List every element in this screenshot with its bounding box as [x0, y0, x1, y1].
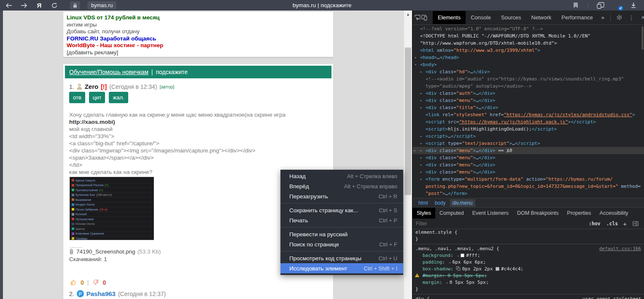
expand-arrow-icon[interactable]: ▸ [457, 254, 459, 258]
inspect-element-icon[interactable] [414, 12, 421, 23]
dom-node[interactable]: ▸<div class="menu">…</div> [412, 168, 644, 176]
dom-node[interactable]: ▸<script>…</script> [412, 133, 644, 140]
forward-icon[interactable] [19, 1, 29, 10]
color-swatch[interactable] [461, 254, 464, 257]
tab-console[interactable]: Console [466, 11, 496, 24]
shadow-editor-icon[interactable] [456, 266, 462, 272]
device-toolbar-icon[interactable] [421, 12, 428, 23]
dom-node[interactable]: ▸<div class="auth">…</div> [412, 90, 644, 97]
dom-node[interactable]: ▸<form enctype="multipart/form-data" act… [412, 176, 644, 183]
tab-properties[interactable]: Properties [563, 208, 595, 219]
tab-performance[interactable]: Performance [556, 11, 598, 24]
reply-button[interactable]: отв [69, 92, 85, 103]
dom-node[interactable]: "post">…</form> [412, 190, 644, 197]
expand-arrow-icon[interactable]: ▾ [415, 61, 417, 68]
dom-node[interactable]: ▸<script type="text/javascript">…</scrip… [412, 140, 644, 147]
dom-node[interactable]: ▸<div class="hd">…</div> [412, 68, 644, 75]
report-button[interactable]: жал. [109, 92, 128, 103]
dom-node[interactable]: ▸<div class="menu">…</div> [412, 97, 644, 104]
expand-arrow-icon[interactable]: ▸ [420, 176, 422, 183]
context-menu-item[interactable]: Просмотреть код страницыCtrl + U [280, 253, 403, 263]
reload-icon[interactable] [50, 1, 59, 10]
css-property[interactable]: margin: ▸0 5px 5px 5px; [412, 279, 644, 286]
dom-node[interactable]: ▾<body> [412, 61, 644, 68]
downloads-icon[interactable] [629, 1, 638, 10]
breadcrumb-body[interactable]: body [432, 199, 448, 207]
expand-arrow-icon[interactable]: ▸ [449, 261, 451, 264]
dom-node[interactable]: <link rel="stylesheet" href="https://bym… [412, 111, 644, 118]
dom-node[interactable]: ▸<div class="title">…</div> [412, 104, 644, 111]
devtools-menu-icon[interactable]: ⋮ [626, 12, 637, 23]
tab-computed[interactable]: Computed [435, 208, 468, 219]
toggle-class-button[interactable]: .cls [606, 221, 618, 227]
color-swatch[interactable] [496, 267, 499, 271]
expand-arrow-icon[interactable]: ▸ [420, 140, 422, 147]
new-style-rule-button[interactable]: + [623, 220, 627, 227]
expand-arrow-icon[interactable]: ▸ [420, 90, 422, 97]
breadcrumb-html[interactable]: html [416, 199, 431, 207]
dock-sidebar-icon[interactable] [630, 218, 641, 229]
dom-node[interactable]: "http://www.wapforum.org/DTD/xhtml-mobil… [412, 40, 644, 47]
lock-icon[interactable] [70, 1, 80, 9]
attached-screenshot-image[interactable]: Арена СмертиПризрачный Разлом(+)Противос… [70, 177, 154, 240]
expand-arrow-icon[interactable]: ▸ [420, 97, 422, 104]
dom-node[interactable]: <script>hljs.initHighlightingOnLoad();</… [412, 125, 644, 133]
dom-node[interactable]: ▸<head>…</head> [412, 54, 644, 61]
bookmark-icon[interactable] [571, 1, 580, 10]
ad-link[interactable]: интим игры [67, 21, 330, 29]
context-menu-item[interactable]: НазадAlt + Стрелка влево [280, 171, 403, 181]
tab-accessibility[interactable]: Accessibility [595, 208, 633, 219]
ad-link[interactable]: Добавь сайт, получи отдачу [67, 28, 330, 35]
css-property[interactable]: background: ▸#fff; [412, 252, 644, 259]
expand-arrow-icon[interactable]: ▸ [420, 168, 422, 176]
ad-link[interactable]: Linux VDS от 174 рублей в месяц [67, 14, 330, 21]
address-url[interactable]: bymas.ru [87, 1, 116, 9]
context-menu-item[interactable]: Перевести на русский [280, 229, 403, 239]
tab-sources[interactable]: Sources [496, 11, 526, 24]
devtools-close-icon[interactable]: × [638, 12, 644, 23]
expand-arrow-icon[interactable]: ▸ [446, 281, 448, 285]
context-menu-item[interactable]: Поиск по страницеCtrl + F [280, 239, 403, 249]
attachment-filename[interactable]: 74190_Screenshot.png [76, 248, 135, 255]
dom-node[interactable]: <!DOCTYPE html PUBLIC "-//WAPFORUM//DTD … [412, 32, 644, 40]
expand-arrow-icon[interactable]: ▸ [420, 68, 422, 75]
settings-gear-icon[interactable] [614, 12, 625, 23]
expand-arrow-icon[interactable]: ▸ [415, 54, 417, 61]
scrollbar-up-arrow[interactable]: ▲ [404, 12, 412, 16]
dom-node[interactable]: <script src="https://bymas.ru/js/highlig… [412, 118, 644, 125]
context-menu-item[interactable]: ПечатьCtrl + P [280, 215, 403, 225]
css-property[interactable]: padding: ▸6px 6px 6px; [412, 259, 644, 266]
thumb-down-icon[interactable] [92, 279, 99, 286]
page-scrollbar[interactable]: ▲ [404, 11, 412, 299]
dom-node-selected[interactable]: ⋯▸<div class="menu">…</div> == $0 [412, 147, 644, 154]
toggle-hover-state-button[interactable]: :hov [589, 221, 601, 227]
dom-node[interactable]: <!--<audio id="audio" src="https://bymas… [412, 75, 644, 83]
expand-arrow-icon[interactable]: ▸ [420, 147, 422, 154]
dom-node[interactable]: <html xmlns="http://www.w3.org/1999/xhtm… [412, 47, 644, 54]
tabs-panel-icon[interactable] [596, 1, 605, 10]
node-overflow-icon[interactable]: ⋯ [413, 147, 416, 154]
tab-event-listeners[interactable]: Event Listeners [468, 208, 513, 219]
expand-arrow-icon[interactable]: ▸ [420, 133, 422, 140]
ad-link[interactable]: WorldByte - Наш хостинг - партнер [67, 42, 330, 49]
topic-forum-link[interactable]: Обучение/Помощь новичкам [69, 69, 148, 75]
context-menu-item[interactable]: ВперёдAlt + Стрелка вправо [280, 181, 403, 191]
element-style-selector[interactable]: element.style { [412, 229, 644, 236]
post2-username[interactable]: Pasha963 [86, 290, 116, 297]
dom-node[interactable]: <!--?xml version="1.0" encoding="UTF-8" … [412, 25, 644, 32]
dom-node[interactable]: ▸<div class="menu">…</div> [412, 154, 644, 161]
back-icon[interactable] [4, 1, 13, 10]
dom-node[interactable]: ▸<div class="menu">…</div> [412, 161, 644, 168]
css-property-invalid[interactable]: #margin: 0 5px 5px 5px; [412, 272, 644, 279]
post-link[interactable]: http://xaos.mobi) [69, 118, 322, 125]
devtools-scrollbar-thumb[interactable] [641, 26, 644, 50]
yandex-logo-icon[interactable]: Я [35, 1, 44, 10]
post1-username[interactable]: Zero [85, 83, 99, 90]
thumb-up-icon[interactable] [70, 279, 77, 286]
tab-styles[interactable]: Styles [412, 208, 435, 219]
rule-selector[interactable]: .menu, .navi, .mnavi, .menu2 {default.cs… [412, 246, 644, 252]
scrollbar-thumb[interactable] [405, 48, 411, 195]
ad-link[interactable]: [добавить рекламу] [67, 49, 330, 56]
expand-arrow-icon[interactable]: ▸ [420, 161, 422, 168]
context-menu-item[interactable]: Исследовать элементCtrl + Shift + I [280, 263, 403, 273]
